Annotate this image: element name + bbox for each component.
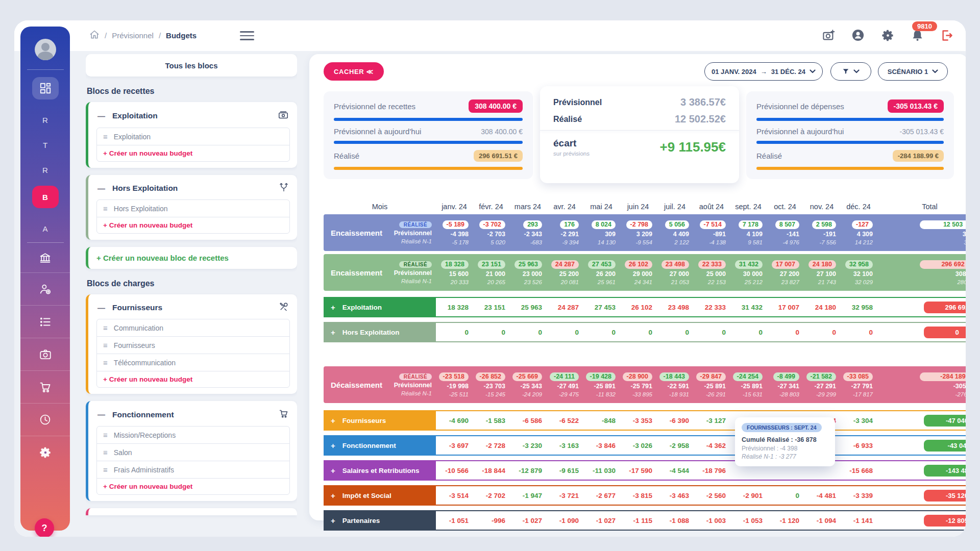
total-cell[interactable]: -284 189-305 013-276 939 (877, 372, 966, 397)
month-cell[interactable]: -996 (473, 517, 509, 524)
month-cell[interactable]: 23 49827 00021 053 (656, 260, 693, 285)
month-cell[interactable]: -3 815 (620, 492, 656, 499)
month-cell[interactable]: 0 (840, 329, 877, 336)
collapse-dash-icon[interactable]: — (97, 184, 105, 193)
month-cell[interactable]: 31 43230 00025 212 (730, 260, 767, 285)
month-cell[interactable]: 2 598-191-7 556 (803, 220, 840, 245)
month-cell[interactable]: 7 1784 1099 581 (730, 220, 767, 245)
month-cell[interactable]: -1 088 (656, 517, 693, 524)
month-cell[interactable]: -18 844 (473, 467, 509, 474)
month-cell[interactable]: -17 590 (620, 467, 656, 474)
budget-item-communication[interactable]: ≡Communication (97, 319, 289, 337)
create-recettes-block-link[interactable]: + Créer un nouveau bloc de recettes (86, 247, 297, 269)
month-cell[interactable]: -6 933 (840, 442, 877, 449)
month-cell[interactable]: 0 (693, 329, 730, 336)
drag-handle-icon[interactable]: ≡ (103, 204, 108, 213)
total-cell[interactable]: 0 (877, 327, 966, 338)
month-cell[interactable]: 5 0564 4092 122 (656, 220, 693, 245)
month-cell[interactable]: -4 481 (803, 492, 840, 499)
month-cell[interactable]: 26 10229 00024 341 (620, 260, 656, 285)
sidebar-item-camera[interactable] (20, 338, 70, 370)
sidebar-item-r2[interactable]: R (42, 166, 48, 174)
sidebar-item-purchases[interactable] (20, 370, 70, 403)
month-cell[interactable]: -11 030 (583, 467, 620, 474)
date-range-picker[interactable]: 01 JANV. 2024 → 31 DÉC. 24 (704, 62, 823, 81)
sidebar-item-a[interactable]: A (42, 224, 47, 233)
month-cell[interactable]: -2 702 (473, 492, 509, 499)
month-cell[interactable]: -1 003 (693, 517, 730, 524)
create-budget-link[interactable]: + Créer un nouveau budget (97, 217, 289, 233)
total-cell[interactable]: 12 5033 3873 586 (877, 220, 966, 245)
drag-handle-icon[interactable]: ≡ (103, 132, 108, 141)
month-cell[interactable]: 23 15121 00020 265 (473, 260, 509, 285)
expand-category-button[interactable]: +Hors Exploitation (324, 322, 436, 342)
month-cell[interactable]: -3 026 (620, 442, 656, 449)
month-cell[interactable]: -3 163 (546, 442, 583, 449)
create-budget-link[interactable]: + Créer un nouveau budget (97, 145, 289, 161)
month-cell[interactable]: -29 847-25 891-26 291 (693, 372, 730, 397)
expand-category-button[interactable]: +Exploitation (324, 297, 436, 317)
month-cell[interactable]: -28 900-25 791-33 895 (620, 372, 656, 397)
month-cell[interactable]: 27 453 (583, 304, 620, 311)
month-cell[interactable]: -18 796 (693, 467, 730, 474)
month-cell[interactable]: 0 (546, 329, 583, 336)
budget-item-exploitation[interactable]: ≡Exploitation (97, 128, 289, 145)
month-cell[interactable]: 17 007 (767, 304, 803, 311)
drag-handle-icon[interactable]: ≡ (103, 323, 108, 332)
month-cell[interactable]: -1 115 (620, 517, 656, 524)
settings-gear-icon[interactable] (880, 28, 895, 43)
month-cell[interactable]: 17 00727 20023 827 (767, 260, 803, 285)
total-cell[interactable]: -12 805 (877, 515, 966, 527)
month-cell[interactable]: -23 518-19 998-25 511 (436, 372, 473, 397)
month-cell[interactable]: -6 522 (546, 417, 583, 424)
month-cell[interactable]: 32 95832 10032 029 (840, 260, 877, 285)
sidebar-item-users[interactable] (20, 272, 70, 305)
scenario-dropdown[interactable]: SCÉNARIO 1 (878, 62, 948, 81)
month-cell[interactable]: -1274 30914 212 (840, 220, 877, 245)
month-cell[interactable]: -1 120 (767, 517, 803, 524)
month-cell[interactable]: -4 690 (436, 417, 473, 424)
month-cell[interactable]: 25 963 (509, 304, 546, 311)
month-cell[interactable]: -4 544 (656, 467, 693, 474)
month-cell[interactable]: 24 180 (803, 304, 840, 311)
sidebar-item-list[interactable] (20, 305, 70, 338)
month-cell[interactable]: 0 (767, 492, 803, 499)
sidebar-item-history[interactable] (20, 403, 70, 436)
sidebar-item-budgets-active[interactable]: B (32, 186, 59, 208)
total-cell[interactable]: -143 48 (877, 465, 966, 477)
total-cell[interactable]: -43 04 (877, 440, 966, 452)
month-cell[interactable]: -6 586 (509, 417, 546, 424)
budget-item-mission-receptions[interactable]: ≡Mission/Receptions (97, 427, 289, 444)
month-cell[interactable]: -3 721 (546, 492, 583, 499)
month-cell[interactable]: 24 18027 10021 743 (803, 260, 840, 285)
month-cell[interactable]: -3 702-2 7035 020 (473, 220, 509, 245)
month-cell[interactable]: -2 958 (656, 442, 693, 449)
month-cell[interactable]: -6 390 (656, 417, 693, 424)
month-cell[interactable]: -25 669-25 343-24 209 (509, 372, 546, 397)
profile-icon[interactable] (850, 28, 866, 43)
expand-category-button[interactable]: +Partenaires (324, 510, 436, 531)
total-cell[interactable]: -35 120 (877, 490, 966, 502)
month-cell[interactable]: 8 507-141-4 976 (767, 220, 803, 245)
budget-item-hors-exploitation[interactable]: ≡Hors Exploitation (97, 200, 289, 217)
month-cell[interactable]: -15 668 (840, 467, 877, 474)
month-cell[interactable]: 0 (803, 329, 840, 336)
screenshot-add-icon[interactable] (821, 28, 836, 43)
collapse-dash-icon[interactable]: — (97, 410, 105, 419)
avatar[interactable] (35, 39, 56, 60)
month-cell[interactable]: -3 339 (840, 492, 877, 499)
total-cell[interactable]: -47 040 (877, 415, 966, 427)
month-cell[interactable]: 31 432 (730, 304, 767, 311)
logout-icon[interactable] (939, 28, 954, 43)
month-cell[interactable]: -9 615 (546, 467, 583, 474)
sidebar-item-bank[interactable] (20, 243, 70, 272)
month-cell[interactable]: 27 45326 20025 961 (583, 260, 620, 285)
month-cell[interactable]: 18 32815 60020 333 (436, 260, 473, 285)
total-cell[interactable]: 296 692 (877, 302, 966, 313)
month-cell[interactable]: 0 (730, 329, 767, 336)
month-cell[interactable]: -18 443-22 591-18 931 (656, 372, 693, 397)
budget-item-fournisseurs[interactable]: ≡Fournisseurs (97, 337, 289, 354)
breadcrumb-section[interactable]: Prévisionnel (112, 31, 154, 40)
drag-handle-icon[interactable]: ≡ (103, 448, 108, 457)
month-cell[interactable]: -2 677 (583, 492, 620, 499)
